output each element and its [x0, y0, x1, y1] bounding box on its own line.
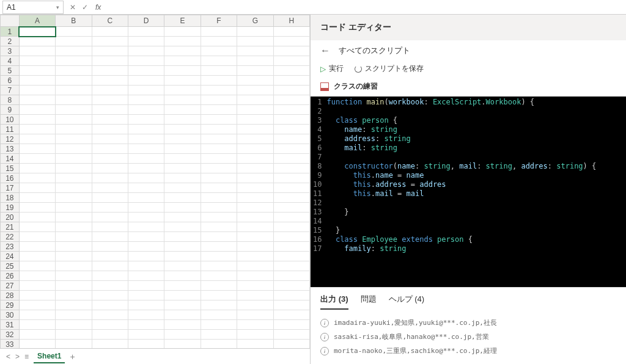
- cell[interactable]: [273, 134, 309, 144]
- cell[interactable]: [128, 95, 164, 105]
- cell[interactable]: [128, 37, 164, 46]
- cell[interactable]: [237, 232, 273, 242]
- cell[interactable]: [237, 222, 273, 232]
- cell[interactable]: [201, 183, 237, 193]
- cell[interactable]: [92, 27, 128, 37]
- cell[interactable]: [19, 291, 55, 300]
- cell[interactable]: [201, 86, 237, 95]
- cell[interactable]: [164, 291, 201, 300]
- cell[interactable]: [237, 261, 273, 271]
- cell[interactable]: [237, 320, 273, 330]
- cell[interactable]: [201, 56, 237, 66]
- cell[interactable]: [201, 330, 237, 340]
- row-header[interactable]: 29: [1, 300, 20, 310]
- row-header[interactable]: 5: [1, 66, 20, 76]
- cell[interactable]: [92, 76, 128, 86]
- cell[interactable]: [237, 291, 273, 300]
- cell[interactable]: [19, 242, 55, 252]
- cell[interactable]: [164, 310, 201, 320]
- cell[interactable]: [273, 164, 309, 173]
- cell[interactable]: [273, 27, 309, 37]
- row-header[interactable]: 20: [1, 213, 20, 222]
- cell[interactable]: [128, 320, 164, 330]
- cell[interactable]: [201, 27, 237, 37]
- cell[interactable]: [19, 261, 55, 271]
- cell[interactable]: [92, 310, 128, 320]
- column-header[interactable]: G: [237, 15, 273, 27]
- row-header[interactable]: 19: [1, 203, 20, 213]
- cell[interactable]: [164, 203, 201, 213]
- cell[interactable]: [56, 252, 92, 261]
- cell[interactable]: [237, 134, 273, 144]
- row-header[interactable]: 8: [1, 95, 20, 105]
- add-sheet-icon[interactable]: +: [70, 352, 75, 362]
- cell[interactable]: [164, 242, 201, 252]
- row-header[interactable]: 30: [1, 310, 20, 320]
- cell[interactable]: [19, 154, 55, 164]
- cell[interactable]: [19, 173, 55, 183]
- cell[interactable]: [237, 56, 273, 66]
- cell[interactable]: [201, 37, 237, 46]
- cell[interactable]: [201, 95, 237, 105]
- cell[interactable]: [92, 300, 128, 310]
- cell[interactable]: [128, 310, 164, 320]
- cell[interactable]: [56, 105, 92, 115]
- cell[interactable]: [237, 86, 273, 95]
- cell[interactable]: [128, 164, 164, 173]
- cell[interactable]: [19, 252, 55, 261]
- cell[interactable]: [164, 115, 201, 125]
- cell[interactable]: [164, 193, 201, 203]
- cell[interactable]: [19, 281, 55, 291]
- cell[interactable]: [237, 271, 273, 281]
- cell[interactable]: [273, 320, 309, 330]
- cell[interactable]: [92, 281, 128, 291]
- cell[interactable]: [237, 66, 273, 76]
- cell[interactable]: [56, 261, 92, 271]
- cell[interactable]: [19, 76, 55, 86]
- code-editor[interactable]: 1234567891011121314151617 function main(…: [311, 96, 626, 287]
- cell[interactable]: [128, 213, 164, 222]
- cell[interactable]: [273, 37, 309, 46]
- cell[interactable]: [273, 291, 309, 300]
- cell[interactable]: [164, 261, 201, 271]
- cell[interactable]: [201, 164, 237, 173]
- cell[interactable]: [56, 27, 92, 37]
- cell[interactable]: [273, 300, 309, 310]
- cell[interactable]: [164, 56, 201, 66]
- row-header[interactable]: 9: [1, 105, 20, 115]
- cell[interactable]: [56, 232, 92, 242]
- cell[interactable]: [201, 320, 237, 330]
- cell[interactable]: [273, 144, 309, 154]
- cell[interactable]: [237, 173, 273, 183]
- cell[interactable]: [164, 281, 201, 291]
- cell[interactable]: [19, 310, 55, 320]
- cell[interactable]: [128, 193, 164, 203]
- cell[interactable]: [56, 310, 92, 320]
- row-header[interactable]: 17: [1, 183, 20, 193]
- cell[interactable]: [237, 27, 273, 37]
- column-header[interactable]: A: [19, 15, 55, 27]
- cell[interactable]: [273, 183, 309, 193]
- all-scripts-link[interactable]: すべてのスクリプト: [339, 45, 410, 56]
- cell[interactable]: [237, 330, 273, 340]
- cell[interactable]: [237, 46, 273, 56]
- row-header[interactable]: 10: [1, 115, 20, 125]
- cell[interactable]: [19, 125, 55, 134]
- cell[interactable]: [128, 291, 164, 300]
- cell[interactable]: [92, 105, 128, 115]
- cell[interactable]: [128, 66, 164, 76]
- column-header[interactable]: F: [201, 15, 237, 27]
- cell[interactable]: [56, 271, 92, 281]
- cell[interactable]: [237, 193, 273, 203]
- cell[interactable]: [56, 154, 92, 164]
- cell[interactable]: [92, 340, 128, 349]
- fx-label[interactable]: fx: [92, 3, 105, 12]
- cell[interactable]: [164, 173, 201, 183]
- cell[interactable]: [128, 252, 164, 261]
- cell[interactable]: [128, 144, 164, 154]
- row-header[interactable]: 31: [1, 320, 20, 330]
- cell[interactable]: [201, 173, 237, 183]
- cell[interactable]: [56, 340, 92, 349]
- cell[interactable]: [92, 203, 128, 213]
- cell[interactable]: [56, 115, 92, 125]
